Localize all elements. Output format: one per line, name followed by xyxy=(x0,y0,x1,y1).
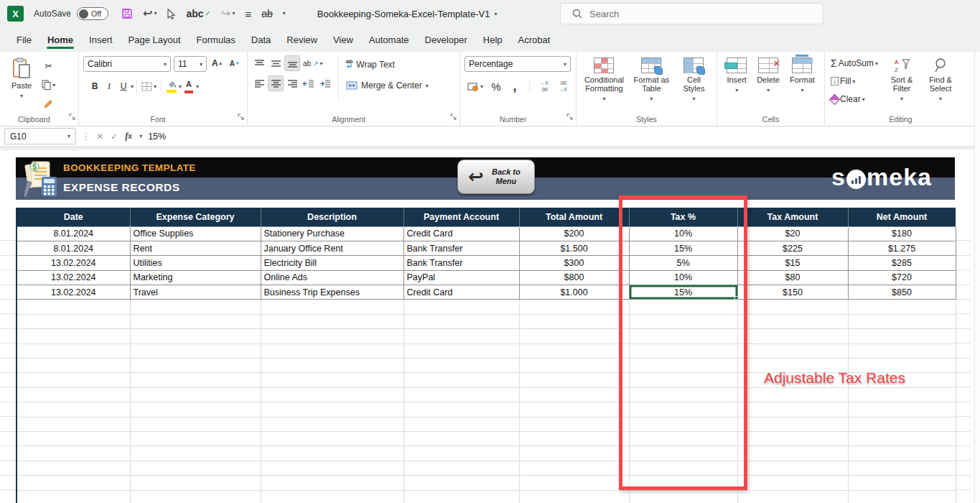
column-header[interactable]: Description xyxy=(261,208,403,226)
cancel-button[interactable]: ✕ xyxy=(96,131,103,142)
table-cell[interactable] xyxy=(519,387,629,402)
table-cell[interactable] xyxy=(629,476,737,490)
find-select-button[interactable]: Find & Select ▾ xyxy=(924,56,957,106)
table-cell[interactable] xyxy=(519,490,629,503)
table-cell[interactable] xyxy=(130,402,261,417)
decrease-decimal-button[interactable]: .00→0 xyxy=(556,79,570,93)
table-cell[interactable] xyxy=(17,314,130,328)
table-cell[interactable] xyxy=(737,387,848,402)
table-cell[interactable]: $720 xyxy=(848,270,956,285)
column-header[interactable]: Expense Category xyxy=(130,208,261,226)
table-cell[interactable]: $850 xyxy=(848,285,956,300)
table-cell[interactable]: Online Ads xyxy=(261,270,403,285)
table-cell[interactable] xyxy=(261,446,403,461)
autosave-toggle[interactable]: Off xyxy=(77,7,108,20)
table-cell[interactable] xyxy=(130,387,261,402)
bold-button[interactable]: B xyxy=(88,79,102,93)
formula-input[interactable]: 15% xyxy=(148,131,166,142)
table-cell[interactable] xyxy=(403,300,519,314)
table-cell[interactable] xyxy=(519,314,629,328)
worksheet[interactable]: $ BOOKKEEPING TEMPLATE EXPENSE RECORDS ↩… xyxy=(0,150,980,503)
table-cell[interactable]: Business Trip Expenses xyxy=(261,285,403,300)
table-cell[interactable] xyxy=(848,476,956,490)
wrap-text-button[interactable]: ab↵ Wrap Text xyxy=(345,57,430,72)
table-cell[interactable] xyxy=(403,314,519,328)
sort-filter-button[interactable]: AZ Sort & Filter ▾ xyxy=(885,56,918,106)
table-cell[interactable]: 5% xyxy=(629,256,737,270)
table-cell[interactable] xyxy=(848,314,956,328)
table-cell[interactable] xyxy=(629,373,737,387)
insert-cells-button[interactable]: Insert ▾ xyxy=(724,56,750,96)
format-cells-button[interactable]: Format ▾ xyxy=(787,56,818,96)
undo-button[interactable]: ↩▾ xyxy=(143,8,157,19)
table-cell[interactable] xyxy=(261,490,403,503)
table-cell[interactable] xyxy=(629,314,737,328)
alignment-dialog-launcher[interactable] xyxy=(450,110,457,123)
table-cell[interactable] xyxy=(17,300,130,314)
table-cell[interactable] xyxy=(737,446,848,461)
table-cell[interactable]: Stationery Purchase xyxy=(261,226,403,241)
table-cell[interactable] xyxy=(403,373,519,387)
table-cell[interactable] xyxy=(17,373,130,387)
table-cell[interactable]: 15% xyxy=(629,241,737,255)
table-cell[interactable] xyxy=(261,359,403,373)
table-cell[interactable]: 8.01.2024 xyxy=(17,241,130,255)
table-cell[interactable] xyxy=(629,343,737,358)
table-cell[interactable] xyxy=(17,490,130,503)
save-button[interactable] xyxy=(121,8,133,19)
table-cell[interactable] xyxy=(17,417,130,431)
font-color-button[interactable]: A xyxy=(182,79,196,93)
table-cell[interactable] xyxy=(737,417,848,431)
table-cell[interactable] xyxy=(261,417,403,431)
column-header[interactable]: Tax % xyxy=(629,208,737,226)
italic-button[interactable]: I xyxy=(102,79,116,93)
table-cell[interactable] xyxy=(261,329,403,343)
table-cell[interactable] xyxy=(519,402,629,417)
table-cell[interactable]: 13.02.2024 xyxy=(17,285,130,300)
table-cell[interactable] xyxy=(130,431,261,446)
excel-app-icon[interactable]: X xyxy=(7,6,24,22)
table-cell[interactable]: Credit Card xyxy=(403,226,519,241)
table-cell[interactable] xyxy=(17,387,130,402)
table-cell[interactable]: 8.01.2024 xyxy=(17,226,130,241)
tab-insert[interactable]: Insert xyxy=(81,29,121,52)
table-cell[interactable] xyxy=(130,446,261,461)
table-cell[interactable] xyxy=(519,300,629,314)
clear-button[interactable]: Clear ▾ xyxy=(829,92,879,106)
table-cell[interactable] xyxy=(261,402,403,417)
table-cell[interactable]: Electricity Bill xyxy=(261,256,403,270)
table-cell[interactable]: $300 xyxy=(519,256,629,270)
table-cell[interactable] xyxy=(17,476,130,490)
table-cell[interactable] xyxy=(403,329,519,343)
table-cell[interactable] xyxy=(403,417,519,431)
selected-cell[interactable]: 15% xyxy=(629,285,737,300)
percent-style-button[interactable]: % xyxy=(489,79,503,93)
table-cell[interactable]: 10% xyxy=(629,226,737,241)
tab-help[interactable]: Help xyxy=(475,29,510,52)
table-cell[interactable] xyxy=(519,417,629,431)
table-cell[interactable] xyxy=(261,431,403,446)
table-cell[interactable] xyxy=(403,476,519,490)
table-cell[interactable] xyxy=(848,387,956,402)
table-cell[interactable] xyxy=(261,300,403,314)
table-cell[interactable]: Utilities xyxy=(130,256,261,270)
table-cell[interactable] xyxy=(403,461,519,475)
font-dialog-launcher[interactable] xyxy=(238,110,244,123)
table-cell[interactable] xyxy=(737,490,848,503)
table-cell[interactable]: $800 xyxy=(519,270,629,285)
table-cell[interactable] xyxy=(848,446,956,461)
font-family-select[interactable]: Calibri ▾ xyxy=(83,56,171,72)
grow-font-button[interactable]: A▴ xyxy=(210,56,224,70)
fill-color-button[interactable] xyxy=(164,79,179,93)
table-cell[interactable]: 13.02.2024 xyxy=(17,270,130,285)
qat-overflow-button[interactable]: ▾ xyxy=(283,11,286,17)
table-cell[interactable] xyxy=(629,461,737,475)
scrollbar-strip[interactable] xyxy=(974,52,980,503)
table-cell[interactable] xyxy=(130,329,261,343)
tab-view[interactable]: View xyxy=(325,29,361,52)
table-cell[interactable] xyxy=(403,431,519,446)
table-cell[interactable]: $20 xyxy=(737,226,848,241)
insert-function-button[interactable]: fx xyxy=(125,131,132,142)
table-cell[interactable] xyxy=(737,343,848,358)
column-header[interactable]: Tax Amount xyxy=(737,208,848,226)
